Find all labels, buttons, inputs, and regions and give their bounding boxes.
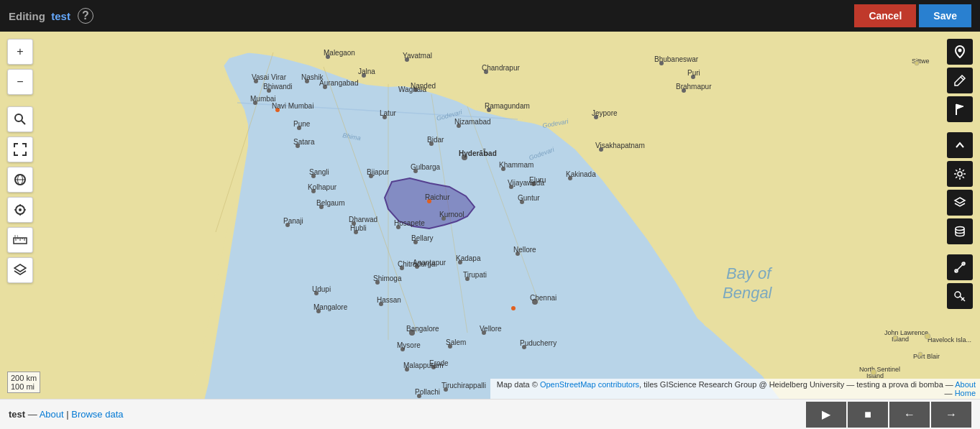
search-icon <box>14 113 27 126</box>
svg-text:Havelock Isla...: Havelock Isla... <box>928 336 971 343</box>
svg-point-172 <box>958 172 962 176</box>
svg-text:Bijapur: Bijapur <box>367 168 390 176</box>
layers-icon <box>14 264 27 277</box>
svg-text:Brahmapur: Brahmapur <box>676 83 712 91</box>
svg-text:Gulbarga: Gulbarga <box>411 163 441 171</box>
key-button[interactable] <box>947 283 973 309</box>
svg-text:Puducherry: Puducherry <box>520 339 557 347</box>
header: Editing test ? Cancel Save <box>0 0 980 32</box>
footer-about-link[interactable]: About <box>40 409 64 420</box>
locate-button[interactable] <box>947 39 973 65</box>
svg-text:Panaji: Panaji <box>283 217 303 225</box>
svg-text:Guntur: Guntur <box>518 194 540 202</box>
svg-text:Pollachi: Pollachi <box>415 388 440 396</box>
svg-text:Jeypore: Jeypore <box>592 109 618 117</box>
play-button[interactable]: ▶ <box>806 402 846 428</box>
svg-text:Malegaon: Malegaon <box>324 49 355 57</box>
svg-text:Satara: Satara <box>293 138 315 146</box>
svg-marker-168 <box>14 264 26 272</box>
key-icon <box>953 290 966 303</box>
flag-icon <box>953 103 966 116</box>
draw-icon <box>953 74 966 87</box>
ruler-icon: 0 1 <box>13 234 27 246</box>
svg-text:Sangli: Sangli <box>309 168 329 176</box>
svg-text:Udupi: Udupi <box>312 285 331 293</box>
up-icon <box>953 139 966 152</box>
svg-text:Bhubaneswar: Bhubaneswar <box>654 55 699 63</box>
svg-text:Hubli: Hubli <box>350 224 367 232</box>
svg-point-147 <box>871 369 876 375</box>
database-button[interactable] <box>947 218 973 244</box>
ruler-button[interactable]: 0 1 <box>7 227 33 253</box>
svg-text:Navi Mumbai: Navi Mumbai <box>272 102 313 110</box>
footer-browse-link[interactable]: Browse data <box>71 409 123 420</box>
gps-icon <box>14 203 27 216</box>
scale-km: 200 km <box>11 374 37 382</box>
globe-icon <box>14 173 27 186</box>
stack-button[interactable] <box>947 190 973 216</box>
next-button[interactable]: → <box>931 402 971 428</box>
svg-text:Raichur: Raichur <box>425 193 450 201</box>
left-toolbar: + − <box>7 39 33 283</box>
svg-text:Waghala: Waghala <box>398 86 427 93</box>
scale-mi: 100 mi <box>11 382 37 391</box>
svg-text:Latur: Latur <box>380 109 396 117</box>
svg-text:Hassan: Hassan <box>377 296 401 304</box>
fullscreen-button[interactable] <box>7 137 33 162</box>
prev-button[interactable]: ← <box>889 402 930 428</box>
svg-text:Hosapete: Hosapete <box>394 219 425 227</box>
map-container: Godevari Godevari Bhima <box>0 32 980 399</box>
about-link[interactable]: About <box>955 380 976 389</box>
svg-marker-173 <box>955 198 965 203</box>
footer-dash: — <box>25 409 40 420</box>
gear-icon <box>953 167 966 180</box>
svg-text:Bay of: Bay of <box>726 264 773 282</box>
home-link[interactable]: Home <box>955 389 976 397</box>
measure-button[interactable] <box>947 254 973 280</box>
svg-line-151 <box>22 121 25 124</box>
svg-text:Port Blair: Port Blair <box>913 353 940 360</box>
svg-point-148 <box>915 61 919 65</box>
svg-text:Chandrapur: Chandrapur <box>482 64 520 72</box>
stop-button[interactable]: ■ <box>848 402 888 428</box>
draw-button[interactable] <box>947 68 973 93</box>
svg-text:Kakinada: Kakinada <box>566 170 596 178</box>
svg-text:Chitradurga: Chitradurga <box>398 260 436 268</box>
measure-icon <box>953 261 966 274</box>
cancel-button[interactable]: Cancel <box>854 4 916 27</box>
svg-text:Kurnool: Kurnool <box>439 211 464 218</box>
layers-button[interactable] <box>7 257 33 283</box>
osm-link[interactable]: OpenStreetMap contributors <box>540 380 639 389</box>
svg-text:Kadapa: Kadapa <box>456 254 481 262</box>
svg-text:Sittwe: Sittwe <box>912 57 930 65</box>
right-toolbar <box>947 39 973 309</box>
footer: test — About | Browse data ▶ ■ ← → <box>0 399 980 429</box>
help-button[interactable]: ? <box>78 8 93 24</box>
settings-button[interactable] <box>947 161 973 187</box>
zoom-out-button[interactable]: − <box>7 69 33 95</box>
svg-text:Malappuram: Malappuram <box>403 361 444 369</box>
svg-text:Tirupati: Tirupati <box>463 271 487 279</box>
svg-point-150 <box>15 114 22 121</box>
up-button[interactable] <box>947 132 973 158</box>
svg-point-174 <box>956 227 964 231</box>
locate-icon <box>953 45 966 58</box>
attribution-tiles: , tiles GIScience Research Group @ Heide… <box>639 380 955 389</box>
svg-text:Kolhapur: Kolhapur <box>308 183 337 191</box>
save-button[interactable]: Save <box>919 4 971 27</box>
svg-text:Belgaum: Belgaum <box>316 199 344 207</box>
svg-point-178 <box>955 292 961 297</box>
svg-text:Vasai Virar: Vasai Virar <box>252 73 287 81</box>
svg-text:Nizamabad: Nizamabad <box>454 118 491 126</box>
search-button[interactable] <box>7 106 33 132</box>
svg-text:Khammam: Khammam <box>499 161 533 169</box>
flag-button[interactable] <box>947 96 973 122</box>
svg-text:Hyderāb̄ad: Hyderāb̄ad <box>459 149 497 157</box>
zoom-in-button[interactable]: + <box>7 39 33 65</box>
globe-button[interactable] <box>7 167 33 193</box>
attribution-sep: — <box>945 389 955 397</box>
svg-point-169 <box>958 49 962 52</box>
gps-button[interactable] <box>7 197 33 223</box>
svg-text:0 1: 0 1 <box>14 234 19 238</box>
svg-text:Vellore: Vellore <box>480 325 502 333</box>
